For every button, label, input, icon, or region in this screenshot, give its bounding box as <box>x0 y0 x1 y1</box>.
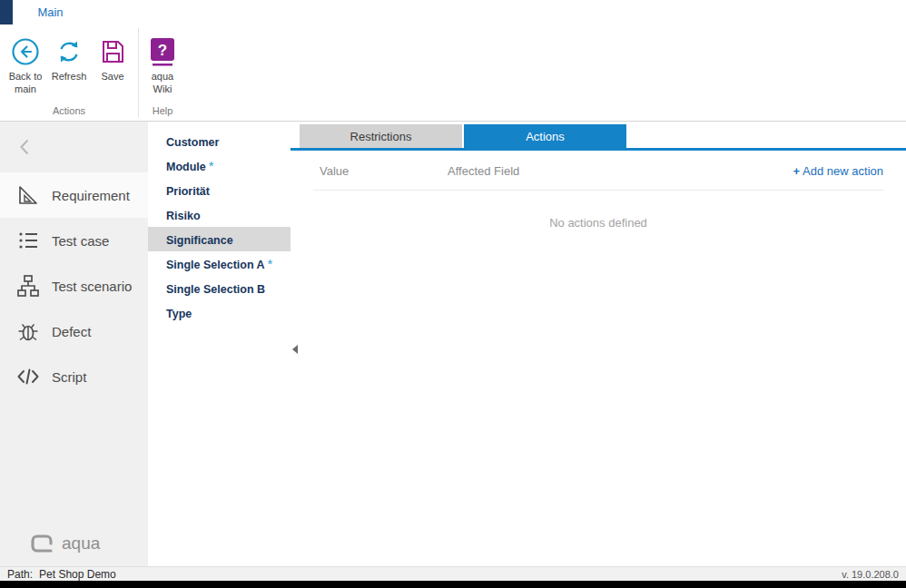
refresh-label: Refresh <box>52 70 87 83</box>
code-icon <box>16 365 40 388</box>
sidebar-item-requirement[interactable]: Requirement <box>0 172 148 218</box>
sidebar-item-label: Requirement <box>52 188 130 203</box>
status-bar: Path: Pet Shop Demo v. 19.0.208.0 <box>0 566 906 581</box>
main-area: Requirement Test case <box>0 122 906 566</box>
field-item-significance[interactable]: Significance <box>148 227 291 251</box>
save-label: Save <box>101 70 123 83</box>
back-to-main-label: Back to main <box>4 70 47 96</box>
ribbon-group-separator <box>138 28 139 117</box>
field-item-single-selection-b[interactable]: Single Selection B <box>148 276 291 300</box>
sidebar-collapse-button[interactable] <box>0 122 148 172</box>
add-new-action-link[interactable]: +Add new action <box>793 164 884 178</box>
sidebar-item-defect[interactable]: Defect <box>0 309 148 354</box>
aqua-logo-icon <box>29 534 54 554</box>
field-label: Customer <box>166 136 219 149</box>
bug-icon <box>16 319 40 343</box>
window-corner-block <box>0 0 13 24</box>
tab-actions[interactable]: Actions <box>464 124 626 148</box>
back-arrow-icon <box>11 35 40 68</box>
panel-tabbar: Restrictions Actions <box>291 124 906 151</box>
help-question-icon: ? <box>150 35 175 68</box>
sidebar-item-label: Defect <box>52 324 91 339</box>
empty-state-message: No actions defined <box>291 216 906 230</box>
sidebar-item-label: Script <box>52 369 86 385</box>
list-icon <box>16 229 40 252</box>
save-button[interactable]: Save <box>91 24 134 96</box>
sidebar-item-label: Test case <box>52 233 109 249</box>
aqua-wiki-label: aqua Wiki <box>143 70 182 96</box>
status-path: Path: Pet Shop Demo <box>7 568 116 581</box>
aqua-logo: aqua <box>29 534 100 554</box>
add-new-action-label: Add new action <box>803 164 883 178</box>
ribbon-group-help-label: Help <box>138 105 187 116</box>
actions-table-header: Value Affected Field +Add new action <box>313 152 883 191</box>
tab-actions-label: Actions <box>526 130 565 143</box>
ribbon-group-actions-label: Actions <box>0 105 138 116</box>
aqua-wiki-button[interactable]: ? aqua Wiki <box>143 24 182 96</box>
field-item-risiko[interactable]: Risiko <box>148 202 291 227</box>
field-item-module[interactable]: Module* <box>148 153 291 178</box>
refresh-button[interactable]: Refresh <box>47 24 91 96</box>
field-label: Priorität <box>166 185 210 198</box>
panel-collapse-arrow-icon[interactable] <box>292 345 298 354</box>
field-label: Single Selection A <box>166 259 265 271</box>
rules-panel: Restrictions Actions Value Affected Fiel… <box>291 122 906 566</box>
field-list: Customer Module* Priorität Risiko Signif… <box>148 122 291 566</box>
field-label: Module <box>166 161 206 173</box>
ribbon-tab-main-label: Main <box>37 5 63 19</box>
sidebar: Requirement Test case <box>0 122 148 566</box>
set-square-icon <box>16 183 40 207</box>
app-window: Main Back to main <box>0 0 906 588</box>
field-label: Significance <box>166 234 233 247</box>
tab-restrictions-label: Restrictions <box>350 130 412 143</box>
tab-restrictions[interactable]: Restrictions <box>300 124 462 148</box>
field-item-type[interactable]: Type <box>148 300 291 325</box>
back-to-main-button[interactable]: Back to main <box>4 24 47 96</box>
column-header-value: Value <box>313 164 448 178</box>
aqua-logo-text: aqua <box>62 534 100 554</box>
save-floppy-icon <box>99 35 126 68</box>
ribbon-buttons: Back to main Refresh <box>0 24 906 96</box>
field-item-customer[interactable]: Customer <box>148 129 291 153</box>
sidebar-item-test-scenario[interactable]: Test scenario <box>0 263 148 309</box>
app-version: v. 19.0.208.0 <box>842 569 899 580</box>
svg-text:?: ? <box>158 42 167 59</box>
sidebar-item-label: Test scenario <box>52 279 132 294</box>
field-label: Risiko <box>166 210 201 222</box>
bottom-black-bar <box>0 581 906 588</box>
field-label: Single Selection B <box>166 283 265 296</box>
chevron-left-icon <box>20 139 29 155</box>
sidebar-item-script[interactable]: Script <box>0 354 148 399</box>
required-marker: * <box>268 256 273 271</box>
hierarchy-icon <box>16 274 40 298</box>
ribbon: Back to main Refresh <box>0 24 906 122</box>
required-marker: * <box>209 158 214 173</box>
column-header-affected-field: Affected Field <box>448 164 793 178</box>
ribbon-tab-row: Main <box>0 0 906 24</box>
plus-icon: + <box>793 164 801 178</box>
refresh-icon <box>54 35 84 68</box>
sidebar-item-test-case[interactable]: Test case <box>0 218 148 263</box>
status-path-value: Pet Shop Demo <box>39 568 116 581</box>
field-item-single-selection-a[interactable]: Single Selection A* <box>148 251 291 276</box>
field-item-prioritaet[interactable]: Priorität <box>148 178 291 202</box>
ribbon-tab-main[interactable]: Main <box>13 0 88 24</box>
status-path-label: Path: <box>7 568 33 581</box>
field-label: Type <box>166 308 192 320</box>
